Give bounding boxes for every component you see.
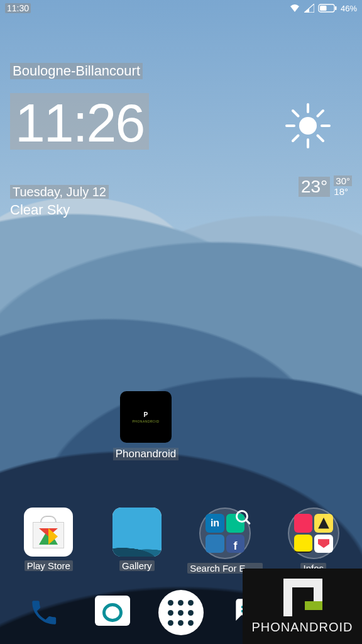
svg-line-9 <box>293 111 299 116</box>
app-label: Play Store <box>25 560 73 571</box>
svg-line-10 <box>318 111 324 116</box>
status-bar[interactable]: 11:30 46% <box>0 0 362 16</box>
weather-location: Boulogne-Billancourt <box>10 63 143 79</box>
shortcut-phonandroid[interactable]: PPHONANDROID Phonandroid <box>102 391 190 460</box>
watermark-phonandroid: PHONANDROID <box>243 569 362 644</box>
shortcut-label: Phonandroid <box>113 448 178 460</box>
dock-camera[interactable] <box>79 599 147 626</box>
weather-temps: 23° 30° 18° <box>299 176 352 197</box>
dock-app-drawer[interactable] <box>147 590 216 635</box>
battery-icon <box>318 4 337 13</box>
watermark-text: PHONANDROID <box>251 620 353 635</box>
app-play-store[interactable]: Play Store <box>9 508 89 574</box>
phonandroid-icon: PPHONANDROID <box>120 391 172 443</box>
home-screen: 11:30 46% Boulogne-Billancourt 11:26 <box>0 0 362 644</box>
svg-rect-1 <box>335 6 337 10</box>
battery-percent: 46% <box>341 4 357 13</box>
play-store-icon <box>24 508 73 557</box>
weather-clock-widget[interactable]: Boulogne-Billancourt 11:26 Tuesday, July… <box>10 63 352 218</box>
temp-high: 30° <box>334 175 352 186</box>
folder-icon <box>288 508 339 559</box>
wifi-icon <box>289 4 300 13</box>
gallery-icon <box>112 508 162 557</box>
app-gallery[interactable]: Gallery <box>97 508 177 574</box>
sun-icon <box>283 101 333 153</box>
folder-infos[interactable]: Infos <box>274 508 354 574</box>
svg-line-8 <box>318 136 324 142</box>
svg-line-11 <box>293 136 299 142</box>
app-drawer-icon <box>158 590 204 635</box>
weather-condition: Clear Sky <box>10 202 352 218</box>
temp-current: 23° <box>299 177 330 197</box>
camera-icon <box>95 599 130 626</box>
phonandroid-logo-icon <box>280 579 325 616</box>
signal-icon <box>304 4 314 13</box>
folder-search-for-em[interactable]: in f Search For Em… <box>185 508 265 574</box>
temp-low: 18° <box>334 186 348 197</box>
svg-point-3 <box>299 117 317 135</box>
svg-rect-2 <box>320 6 327 11</box>
widget-date: Tuesday, July 12 <box>10 185 109 199</box>
dock-phone[interactable] <box>10 597 79 628</box>
status-time: 11:30 <box>5 3 31 13</box>
folder-icon: in f <box>199 508 251 559</box>
app-label: Gallery <box>119 560 155 571</box>
status-right: 46% <box>289 4 357 13</box>
widget-clock: 11:26 <box>10 93 149 150</box>
